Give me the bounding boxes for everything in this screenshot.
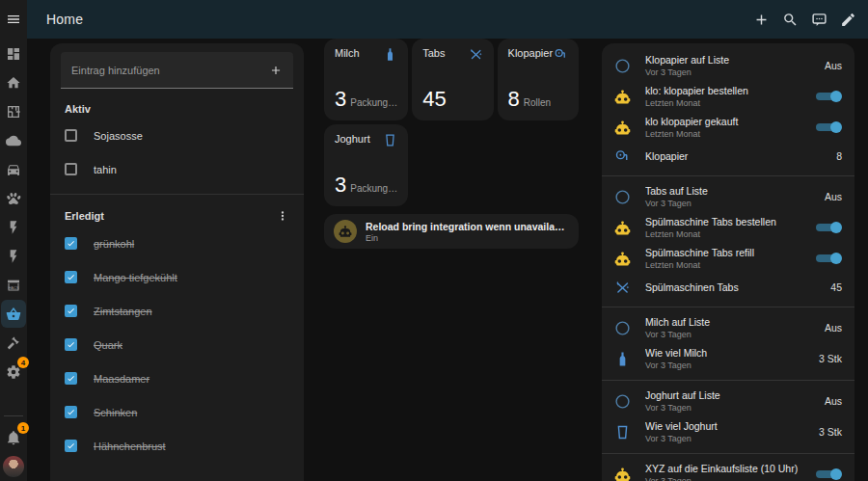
header-actions	[753, 12, 868, 28]
list-item[interactable]: tahin	[50, 152, 304, 186]
entity-texts: Joghurt auf ListeVor 3 Tagen	[645, 389, 817, 413]
notification-badge: 1	[17, 422, 29, 434]
entity-row[interactable]: Joghurt auf ListeVor 3 TagenAus	[602, 386, 854, 416]
item-label: Schinken	[94, 407, 137, 418]
toggle-switch[interactable]	[816, 253, 842, 265]
toggle-switch[interactable]	[816, 91, 842, 103]
item-label: grünkohl	[94, 238, 134, 250]
edit-button[interactable]	[840, 12, 856, 28]
sidebar-bottom: 1	[1, 422, 26, 481]
entity-texts: Spülmaschine Tabs bestellenLetzten Monat	[645, 216, 808, 239]
add-item-button[interactable]	[269, 64, 283, 77]
entity-state: 3 Stk	[819, 353, 842, 364]
list-item[interactable]: Sojasosse	[50, 119, 304, 152]
toggle-thumb	[830, 253, 842, 264]
toggle-switch[interactable]	[816, 222, 842, 234]
robot-icon	[339, 225, 352, 238]
list-item[interactable]: Zimtstangen	[50, 294, 304, 328]
sidebar-item-floor-plan[interactable]	[1, 97, 26, 125]
entity-row[interactable]: Wie viel JoghurtVor 3 Tagen3 Stk	[602, 416, 854, 447]
sidebar-item-flash[interactable]	[1, 242, 26, 270]
toggle-switch[interactable]	[816, 468, 842, 481]
sidebar-item-cloud[interactable]	[1, 126, 26, 154]
entity-row[interactable]: Klopapier8	[602, 143, 854, 170]
entity-row[interactable]: Spülmaschine Tabs bestellenLetzten Monat	[602, 212, 854, 243]
toggle-switch[interactable]	[816, 121, 842, 134]
circle-outline-icon	[614, 58, 631, 74]
entity-row[interactable]: Spülmaschine Tabs refillLetzten Monat	[602, 243, 854, 274]
done-items-list: grünkohlMango tiefgekühltZimtstangenQuar…	[50, 227, 304, 463]
list-item[interactable]: Hähnchenbrust	[50, 429, 304, 463]
svg-text:HACS: HACS	[8, 284, 18, 289]
sidebar-item-home[interactable]	[1, 68, 26, 96]
sidebar-item-hammer[interactable]	[1, 329, 26, 357]
stat-card-header: Tabs	[422, 47, 482, 62]
list-item[interactable]: Quark	[50, 328, 304, 361]
toggle-thumb	[830, 121, 842, 133]
sidebar-item-car[interactable]	[1, 155, 26, 183]
sidebar-item-paw[interactable]	[1, 184, 26, 212]
car-icon	[6, 162, 21, 177]
stat-card-klopapier[interactable]: Klopapier8Rollen	[498, 39, 579, 120]
entity-row[interactable]: Milch auf ListeVor 3 TagenAus	[602, 312, 854, 343]
checkbox-checked[interactable]	[65, 338, 77, 351]
stat-card-tabs[interactable]: Tabs45	[412, 39, 493, 120]
entity-name: Joghurt auf Liste	[645, 389, 817, 401]
entity-row[interactable]: klo klopapier gekauftLetzten Monat	[602, 112, 854, 143]
bottle-icon	[383, 47, 397, 62]
sidebar-item-hacs[interactable]: HACS	[1, 271, 26, 299]
done-menu-button[interactable]	[276, 209, 289, 223]
checkbox-checked[interactable]	[65, 305, 77, 317]
sidebar-item-basket[interactable]	[1, 300, 26, 328]
stat-title: Milch	[335, 47, 360, 59]
entity-row[interactable]: Klopapier auf ListeVor 3 TagenAus	[602, 50, 854, 81]
entity-state: 45	[830, 281, 842, 293]
list-item[interactable]: grünkohl	[50, 227, 304, 260]
stat-unit: Packung…	[350, 183, 397, 194]
stat-card-joghurt[interactable]: Joghurt3Packung…	[324, 124, 408, 206]
checkbox-unchecked[interactable]	[65, 129, 77, 142]
stat-title: Tabs	[422, 47, 445, 59]
checkbox-checked[interactable]	[65, 406, 77, 418]
sidebar-item-bell[interactable]: 1	[1, 423, 26, 451]
entity-name: Spülmaschine Tabs refill	[645, 247, 808, 258]
menu-button[interactable]	[0, 0, 27, 39]
entity-row[interactable]: Spülmaschinen Tabs45	[602, 274, 854, 301]
cup-icon	[614, 424, 631, 441]
entity-row[interactable]: XYZ auf die Einkaufsliste (10 Uhr)Vor 3 …	[602, 459, 854, 481]
checkbox-checked[interactable]	[65, 440, 77, 452]
entity-group: Klopapier auf ListeVor 3 TagenAusklo: kl…	[602, 50, 854, 170]
checkbox-checked[interactable]	[65, 372, 77, 385]
entity-row[interactable]: Wie viel MilchVor 3 Tagen3 Stk	[602, 343, 854, 374]
add-button[interactable]	[753, 12, 770, 28]
entity-state: Aus	[825, 395, 842, 407]
list-item[interactable]: Maasdamer	[50, 361, 304, 395]
sidebar-item-avatar[interactable]	[1, 452, 26, 480]
sidebar-item-flash[interactable]	[1, 213, 26, 241]
checkbox-checked[interactable]	[65, 271, 77, 283]
user-avatar	[3, 456, 24, 477]
checkbox-unchecked[interactable]	[65, 163, 77, 175]
sidebar-items: HACS4	[1, 39, 26, 387]
add-item-input[interactable]	[71, 65, 269, 76]
stat-card-milch[interactable]: Milch3Packung…	[324, 39, 408, 120]
entity-secondary: Vor 3 Tagen	[645, 67, 817, 77]
assist-button[interactable]	[811, 12, 827, 28]
assist-icon	[811, 12, 827, 28]
sidebar-item-view-dashboard[interactable]	[1, 40, 26, 67]
search-button[interactable]	[782, 12, 799, 28]
circle-outline-icon	[614, 189, 631, 205]
list-item[interactable]: Schinken	[50, 395, 304, 429]
bottle-icon	[614, 351, 631, 367]
checkbox-checked[interactable]	[65, 237, 77, 250]
entity-state: 3 Stk	[819, 426, 842, 438]
stat-value: 8	[508, 87, 520, 112]
circle-outline-icon	[614, 393, 631, 410]
automation-row-card[interactable]: Reload bring integration wenn unavailabl…	[324, 214, 579, 249]
entity-row[interactable]: Tabs auf ListeVor 3 TagenAus	[602, 181, 854, 212]
entity-row[interactable]: klo: klopapier bestellenLetzten Monat	[602, 81, 854, 112]
list-item[interactable]: Mango tiefgekühlt	[50, 260, 304, 294]
sidebar-item-cog[interactable]: 4	[1, 358, 26, 386]
stat-value-row: 3Packung…	[335, 173, 397, 198]
entity-toggle-wrap	[816, 91, 842, 103]
